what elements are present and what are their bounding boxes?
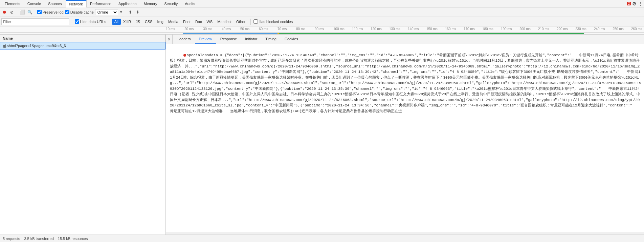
- tick-60ms: 60 ms: [259, 27, 268, 31]
- preserve-log-label: Preserve log: [43, 10, 64, 14]
- tick-260ms: 260 ms: [631, 27, 642, 31]
- filter-type-media[interactable]: Media: [166, 19, 181, 25]
- preserve-log-input[interactable]: [37, 10, 42, 14]
- detail-close-button[interactable]: ×: [166, 35, 173, 44]
- tick-30ms: 30 ms: [203, 27, 212, 31]
- hide-data-urls-checkbox[interactable]: Hide data URLs: [75, 19, 106, 24]
- progress-bar-blue: [183, 33, 277, 34]
- network-throttle-select[interactable]: Online Fast 3G Slow 3G: [95, 9, 118, 15]
- preserve-log-checkbox[interactable]: Preserve log: [37, 10, 64, 14]
- download-button[interactable]: ⬇: [135, 9, 141, 15]
- preview-text: specialcnsdata = {"docs":[{"pubtime":"20…: [170, 53, 641, 113]
- tick-50ms: 50 ms: [240, 27, 249, 31]
- filter-type-css[interactable]: CSS: [142, 19, 155, 25]
- tick-150ms: 150 ms: [426, 27, 438, 31]
- tick-70ms: 70 ms: [277, 27, 287, 31]
- hide-data-urls-input[interactable]: [75, 19, 79, 24]
- throttle-arrow: ▼: [119, 10, 123, 14]
- filter-icon[interactable]: ⬜: [19, 9, 25, 15]
- tab-memory[interactable]: Memory: [140, 0, 161, 7]
- filter-separator-2: [109, 19, 109, 25]
- has-blocked-cookies-input[interactable]: [253, 19, 258, 24]
- filter-type-xhr[interactable]: XHR: [121, 19, 133, 25]
- main-area: Name gj.shtml?pager=1&pagenum=9&t=6_6 × …: [0, 35, 644, 235]
- tick-40ms: 40 ms: [222, 27, 231, 31]
- filter-type-font[interactable]: Font: [181, 19, 193, 25]
- tab-icons: 2 ⚙ ⋮: [627, 1, 644, 6]
- tick-160ms: 160 ms: [445, 27, 456, 31]
- tick-20ms: 20 ms: [184, 27, 194, 31]
- tick-180ms: 180 ms: [482, 27, 493, 31]
- tick-250ms: 250 ms: [613, 27, 624, 31]
- tick-210ms: 210 ms: [538, 27, 549, 31]
- tick-120ms: 120 ms: [371, 27, 382, 31]
- record-button[interactable]: ⏺: [1, 9, 7, 15]
- filter-type-all[interactable]: All: [112, 19, 121, 25]
- tab-timing[interactable]: Timing: [261, 35, 281, 44]
- toolbar-separator-1: [17, 9, 17, 15]
- requests-list: gj.shtml?pager=1&pagenum=9&t=6_6: [0, 42, 165, 235]
- disable-cache-checkbox[interactable]: Disable cache: [65, 10, 94, 14]
- request-name: gj.shtml?pager=1&pagenum=9&t=6_6: [0, 44, 165, 48]
- filter-type-manifest[interactable]: Manifest: [215, 19, 234, 25]
- tab-performance[interactable]: Performance: [87, 0, 115, 7]
- tick-190ms: 190 ms: [501, 27, 512, 31]
- tick-90ms: 90 ms: [315, 27, 324, 31]
- progress-bar-green: [279, 33, 584, 34]
- tick-110ms: 110 ms: [352, 27, 363, 31]
- tab-initiator[interactable]: Initiator: [241, 35, 261, 44]
- tick-220ms: 220 ms: [557, 27, 568, 31]
- tick-140ms: 140 ms: [408, 27, 419, 31]
- toolbar: ⏺ ⊘ ⬜ 🔍 Preserve log Disable cache Onlin…: [0, 7, 644, 17]
- tab-application[interactable]: Application: [115, 0, 140, 7]
- filter-types: All XHR JS CSS Img Media Font Doc WS Man…: [112, 19, 248, 25]
- filter-input[interactable]: [1, 18, 69, 25]
- filter-type-ws[interactable]: WS: [204, 19, 215, 25]
- tab-response[interactable]: Response: [216, 35, 241, 44]
- requests-panel: Name gj.shtml?pager=1&pagenum=9&t=6_6: [0, 35, 166, 235]
- more-icon[interactable]: ⋮: [638, 1, 643, 6]
- tab-preview[interactable]: Preview: [195, 35, 216, 44]
- filter-type-img[interactable]: Img: [155, 19, 166, 25]
- timeline-area: 10 ms 20 ms 30 ms 40 ms 50 ms 60 ms 70 m…: [0, 26, 644, 33]
- disable-cache-label: Disable cache: [70, 10, 94, 14]
- has-blocked-cookies-checkbox[interactable]: Has blocked cookies: [253, 19, 293, 24]
- error-dot: [183, 54, 186, 57]
- tab-elements[interactable]: Elements: [1, 0, 24, 7]
- upload-button[interactable]: ⬆: [127, 9, 133, 15]
- horizontal-scrollbar[interactable]: [166, 232, 644, 235]
- tick-200ms: 200 ms: [519, 27, 531, 31]
- requests-header: Name: [0, 35, 165, 42]
- filter-separator-3: [250, 19, 251, 25]
- settings-icon[interactable]: ⚙: [632, 1, 637, 6]
- tab-bar: Elements Console Sources Network Perform…: [0, 0, 644, 7]
- filter-type-doc[interactable]: Doc: [193, 19, 204, 25]
- detail-panel: × Headers Preview Response Initiator Tim…: [166, 35, 644, 235]
- tick-10ms: 10 ms: [166, 27, 175, 31]
- request-row[interactable]: gj.shtml?pager=1&pagenum=9&t=6_6: [0, 42, 165, 49]
- tab-headers[interactable]: Headers: [173, 35, 195, 44]
- tab-security[interactable]: Security: [161, 0, 181, 7]
- tick-130ms: 130 ms: [389, 27, 400, 31]
- stop-button[interactable]: ⊘: [9, 9, 15, 15]
- progress-bar-area: [0, 33, 644, 35]
- tab-audits[interactable]: Audits: [181, 0, 199, 7]
- tick-170ms: 170 ms: [464, 27, 475, 31]
- tick-230ms: 230 ms: [575, 27, 586, 31]
- name-column-header: Name: [0, 35, 165, 42]
- preview-content: specialcnsdata = {"docs":[{"pubtime":"20…: [166, 44, 644, 232]
- tab-network[interactable]: Network: [66, 0, 87, 7]
- tab-cookies[interactable]: Cookies: [281, 35, 302, 44]
- tab-console[interactable]: Console: [24, 0, 45, 7]
- search-button[interactable]: 🔍: [27, 9, 33, 15]
- progress-marker-orange: [277, 33, 279, 34]
- filter-type-other[interactable]: Other: [234, 19, 248, 25]
- filter-bar: Hide data URLs All XHR JS CSS Img Media …: [0, 17, 644, 26]
- disable-cache-input[interactable]: [65, 10, 69, 14]
- has-blocked-cookies-label: Has blocked cookies: [259, 20, 293, 24]
- hide-data-urls-label: Hide data URLs: [80, 20, 106, 24]
- tab-sources[interactable]: Sources: [45, 0, 65, 7]
- detail-tabs: × Headers Preview Response Initiator Tim…: [166, 35, 644, 44]
- filter-type-js[interactable]: JS: [133, 19, 142, 25]
- notification-badge: 2: [627, 2, 631, 5]
